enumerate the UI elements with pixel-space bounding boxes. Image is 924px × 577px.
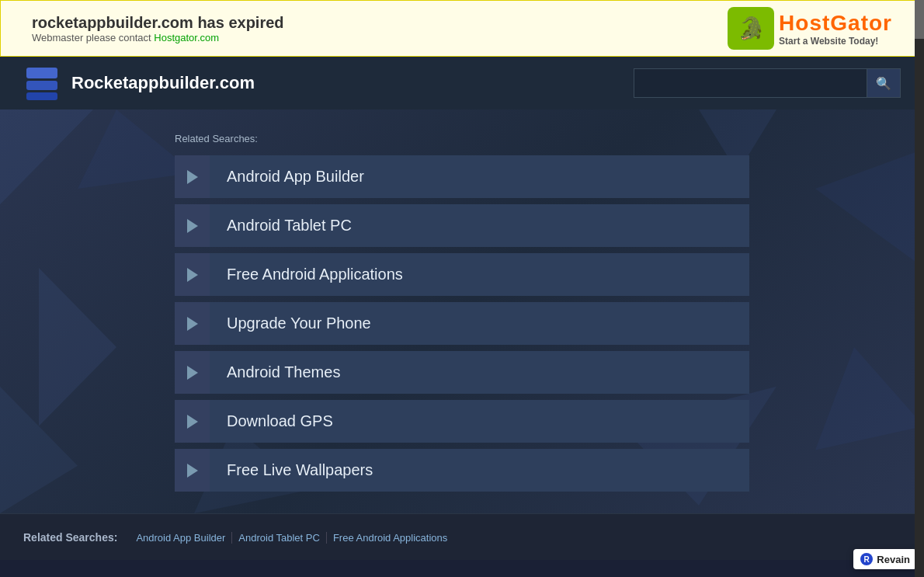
- search-item-label-3: Upgrade Your Phone: [210, 302, 749, 345]
- logo-area: Rocketappbuilder.com: [23, 64, 255, 102]
- footer-link[interactable]: Free Android Applications: [327, 532, 453, 544]
- svg-marker-8: [0, 387, 78, 513]
- logo-icon: [23, 64, 61, 102]
- search-item-label-1: Android Tablet PC: [210, 204, 749, 247]
- arrow-triangle-icon: [187, 366, 198, 380]
- ad-subtitle-text: Webmaster please contact: [32, 32, 151, 43]
- footer-links: Android App BuilderAndroid Tablet PCFree…: [130, 530, 453, 544]
- hostgator-logo: 🐊 HostGator Start a Website Today!: [728, 7, 892, 50]
- svg-rect-2: [26, 92, 57, 100]
- ad-logo-area: 🐊 HostGator Start a Website Today!: [728, 7, 892, 50]
- search-item-arrow-1: [175, 204, 210, 247]
- svg-text:R: R: [864, 555, 870, 564]
- hostgator-text-block: HostGator Start a Website Today!: [779, 11, 892, 47]
- footer-link[interactable]: Android App Builder: [130, 532, 232, 544]
- ad-title: rocketappbuilder.com has expired: [32, 14, 284, 32]
- ad-subtitle: Webmaster please contact Hostgator.com: [32, 32, 284, 43]
- search-item[interactable]: Android Themes: [175, 351, 749, 394]
- main-content: Related Searches: Android App Builder An…: [0, 109, 924, 513]
- search-items-list: Android App Builder Android Tablet PC Fr…: [175, 155, 749, 492]
- arrow-triangle-icon: [187, 219, 198, 233]
- site-title: Rocketappbuilder.com: [71, 73, 255, 93]
- search-item-arrow-2: [175, 253, 210, 296]
- svg-rect-0: [26, 68, 57, 78]
- arrow-triangle-icon: [187, 415, 198, 429]
- arrow-triangle-icon: [187, 268, 198, 282]
- search-item[interactable]: Android Tablet PC: [175, 204, 749, 247]
- search-item-label-6: Free Live Wallpapers: [210, 449, 749, 492]
- scrollbar-right[interactable]: [915, 0, 924, 577]
- search-item-label-5: Download GPS: [210, 400, 749, 443]
- header: Rocketappbuilder.com 🔍: [0, 57, 924, 109]
- arrow-triangle-icon: [187, 317, 198, 331]
- arrow-triangle-icon: [187, 464, 198, 478]
- related-container: Related Searches: Android App Builder An…: [159, 133, 765, 492]
- svg-marker-6: [815, 149, 924, 268]
- scrollbar-thumb[interactable]: [915, 0, 924, 39]
- search-item-arrow-0: [175, 155, 210, 198]
- hostgator-name: HostGator: [779, 11, 892, 36]
- svg-marker-11: [815, 347, 924, 450]
- arrow-triangle-icon: [187, 170, 198, 184]
- search-input[interactable]: [634, 68, 867, 98]
- search-item-label-0: Android App Builder: [210, 155, 749, 198]
- ad-subtitle-link[interactable]: Hostgator.com: [154, 32, 219, 43]
- search-item[interactable]: Free Live Wallpapers: [175, 449, 749, 492]
- ad-banner: rocketappbuilder.com has expired Webmast…: [0, 0, 924, 57]
- search-item-arrow-6: [175, 449, 210, 492]
- search-item[interactable]: Free Android Applications: [175, 253, 749, 296]
- search-item[interactable]: Download GPS: [175, 400, 749, 443]
- footer-link[interactable]: Android Tablet PC: [232, 532, 327, 544]
- svg-rect-1: [26, 81, 57, 90]
- hostgator-tagline: Start a Website Today!: [779, 36, 892, 47]
- svg-marker-4: [39, 268, 116, 426]
- hostgator-gator-icon: 🐊: [728, 7, 774, 50]
- svg-marker-3: [0, 109, 93, 204]
- search-item[interactable]: Upgrade Your Phone: [175, 302, 749, 345]
- revain-badge: R Revain: [853, 549, 916, 569]
- revain-icon: R: [860, 552, 874, 566]
- ad-text-block: rocketappbuilder.com has expired Webmast…: [32, 14, 284, 43]
- search-item[interactable]: Android App Builder: [175, 155, 749, 198]
- search-button[interactable]: 🔍: [867, 68, 901, 98]
- search-item-arrow-5: [175, 400, 210, 443]
- related-label: Related Searches:: [175, 133, 749, 144]
- search-item-arrow-3: [175, 302, 210, 345]
- search-item-arrow-4: [175, 351, 210, 394]
- search-item-label-2: Free Android Applications: [210, 253, 749, 296]
- footer-bar: Related Searches: Android App BuilderAnd…: [0, 513, 924, 560]
- revain-label: Revain: [877, 554, 910, 565]
- search-item-label-4: Android Themes: [210, 351, 749, 394]
- search-icon: 🔍: [876, 76, 891, 91]
- footer-related-label: Related Searches:: [23, 531, 117, 544]
- search-area: 🔍: [634, 68, 901, 98]
